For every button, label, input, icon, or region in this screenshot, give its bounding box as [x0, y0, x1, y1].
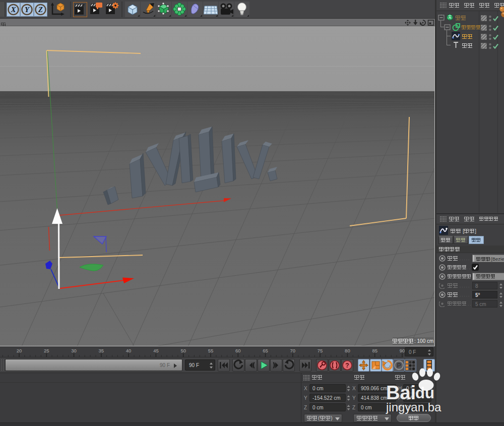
svg-text:Z: Z [38, 6, 43, 14]
svg-text:?: ? [345, 362, 349, 369]
svg-text:du: du [415, 384, 434, 402]
svg-text:Y: Y [25, 6, 30, 14]
svg-text:X: X [11, 6, 16, 14]
svg-text:jingyan.ba: jingyan.ba [386, 400, 442, 414]
